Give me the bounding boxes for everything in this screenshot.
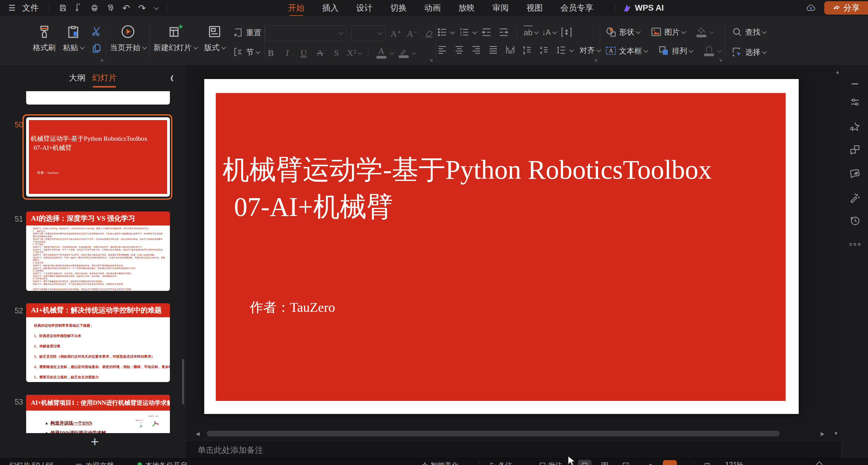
italic-button[interactable]: I [281,48,293,58]
design-theme-icon[interactable] [848,167,862,180]
slide-title[interactable]: 机械臂运动学-基于Python RoboticsToolbox 07-AI+机械… [222,151,712,225]
share-button[interactable]: 分享 [824,1,868,14]
horizontal-scrollbar-thumb[interactable] [207,431,780,436]
tab-slideshow[interactable]: 放映 [458,1,475,14]
cut-button[interactable] [90,25,103,38]
smart-beautify-icon[interactable] [848,191,862,205]
superscript-button[interactable]: X² [347,48,361,58]
object-properties-icon[interactable] [848,95,862,109]
text-highlight-ab-button[interactable]: ab [524,26,538,39]
layout-button[interactable]: 版式 [200,23,228,53]
transition-icon[interactable] [848,143,862,157]
hide-panel-icon[interactable] [848,77,862,91]
tab-outline[interactable]: 大纲 [69,72,85,83]
reset-button[interactable]: 重置 [231,26,261,39]
format-painter-button[interactable]: 格式刷 [29,23,59,53]
outline-color-button[interactable] [703,45,721,56]
play-slideshow-button[interactable] [663,460,677,465]
slideshow-view-icon[interactable] [622,461,630,465]
clear-format-icon[interactable] [423,27,436,40]
picture-button[interactable]: 图片 [650,26,685,38]
notes-button[interactable]: 备注 [498,461,513,465]
scroll-down-icon[interactable]: ▼ [833,431,839,437]
tab-transition[interactable]: 切换 [390,1,407,14]
section-button[interactable]: 节 [231,45,261,58]
slide-page[interactable]: 机械臂运动学-基于Python RoboticsToolbox 07-AI+机械… [204,79,799,414]
tab-slides[interactable]: 幻灯片 [92,72,117,83]
increase-line-spacing-icon[interactable] [521,44,534,57]
slide-thumbnail-50[interactable]: 机械臂运动学-基于Python RoboticsToolbox 07-AI+机械… [26,117,170,197]
increase-font-button[interactable]: A⁺ [390,28,402,39]
text-direction-button[interactable]: ↓A [542,26,556,39]
bold-button[interactable]: B [265,48,277,58]
line-spacing-button[interactable] [555,44,573,57]
print-icon[interactable] [90,3,99,12]
arrange-button[interactable]: 排列 [657,44,692,57]
redo-icon[interactable]: ↷ [137,3,147,12]
tab-design[interactable]: 设计 [356,1,373,14]
clipboard-dialog-launcher-icon[interactable] [99,58,104,63]
char-spacing-button[interactable]: A [314,48,326,58]
zoom-level[interactable]: 121% [725,461,743,465]
pen-tool-icon[interactable] [646,461,653,465]
decrease-font-button[interactable]: A⁻ [406,28,418,39]
copy-button[interactable] [90,42,103,55]
slide-sorter-view-icon[interactable] [600,461,609,465]
collapse-panel-icon[interactable]: ‹ [170,69,174,85]
more-tools-icon[interactable] [848,238,862,251]
font-size-select[interactable] [351,26,386,41]
textbox-button[interactable]: A 文本框 [604,44,647,57]
tab-home[interactable]: 开始 [288,1,305,14]
align-center-icon[interactable] [453,44,466,57]
play-from-current-button[interactable]: 当页开始 [106,23,150,53]
scroll-right-icon[interactable]: ▶ [820,431,825,437]
numbered-list-button[interactable] [458,26,476,39]
doc-name[interactable]: 欢迎文档 [86,461,114,465]
backup-status[interactable]: 本地备份开启 [145,461,187,465]
font-color-button[interactable]: A [375,47,393,59]
quickbar-chevron-down-icon[interactable] [154,5,159,10]
shapes-button[interactable]: 形状 [604,26,640,38]
undo-icon[interactable]: ↶ [122,3,131,12]
hamburger-menu-icon[interactable]: ☰ [8,3,16,13]
paragraph-dialog-launcher-icon[interactable] [593,58,598,63]
slide-author[interactable]: 作者：TauZero [250,299,335,316]
scroll-up-icon[interactable]: ▲ [835,69,840,75]
slide-thumbnail-52[interactable]: AI+机械臂：解决传统运动学控制中的难题 经典的运动学控制常常面临以下难题：1、… [26,303,170,382]
sidebar-scrollbar-thumb[interactable] [182,359,184,405]
paste-button[interactable]: 粘贴 [59,23,87,53]
justify-icon[interactable] [487,44,500,57]
font-dialog-launcher-icon[interactable] [429,58,434,63]
distribute-text-icon[interactable] [504,44,517,57]
select-button[interactable]: 选择 [731,45,766,58]
underline-button[interactable]: U [298,48,310,58]
slide-thumbnail-53[interactable]: AI+机械臂项目1：使用DNN进行机械臂逆运动学求解 ■构造并训练一个DNN ■… [26,395,170,433]
align-objects-button[interactable]: 对齐 [580,45,600,55]
animation-icon[interactable] [848,120,862,134]
notes-area[interactable]: 单击此处添加备注 [186,440,841,459]
expand-statusbar-icon[interactable] [816,461,823,465]
wps-ai-button[interactable]: WPS AI [612,0,664,16]
font-family-select[interactable] [265,26,347,41]
align-text-box-icon[interactable] [560,26,573,39]
fit-slide-icon[interactable] [703,461,711,465]
save-icon[interactable] [58,3,67,12]
tab-review[interactable]: 审阅 [492,1,509,14]
fill-color-button[interactable] [695,27,713,37]
slide-thumbnail-49-partial[interactable] [26,91,170,104]
file-menu[interactable]: 文件 [22,2,39,13]
new-slide-button[interactable]: 新建幻灯片 [150,23,200,53]
decrease-line-spacing-icon[interactable] [538,44,551,57]
strikethrough-button[interactable]: S [330,48,343,58]
slide-thumbnail-51[interactable]: AI的选择：深度学习 VS 强化学习 深度学习（Deep Learning）和强… [26,212,170,291]
history-icon[interactable] [848,214,862,227]
find-button[interactable]: 查找 [731,26,766,38]
normal-view-button[interactable] [578,460,591,465]
insert-dialog-launcher-icon[interactable] [718,58,723,63]
print-preview-icon[interactable] [106,3,115,12]
cloud-sync-icon[interactable] [805,2,816,13]
beautify-button[interactable]: 智能美化 [431,461,459,465]
tab-insert[interactable]: 插入 [322,1,339,14]
scroll-left-icon[interactable]: ◀ [196,431,200,437]
align-left-icon[interactable] [436,44,448,57]
